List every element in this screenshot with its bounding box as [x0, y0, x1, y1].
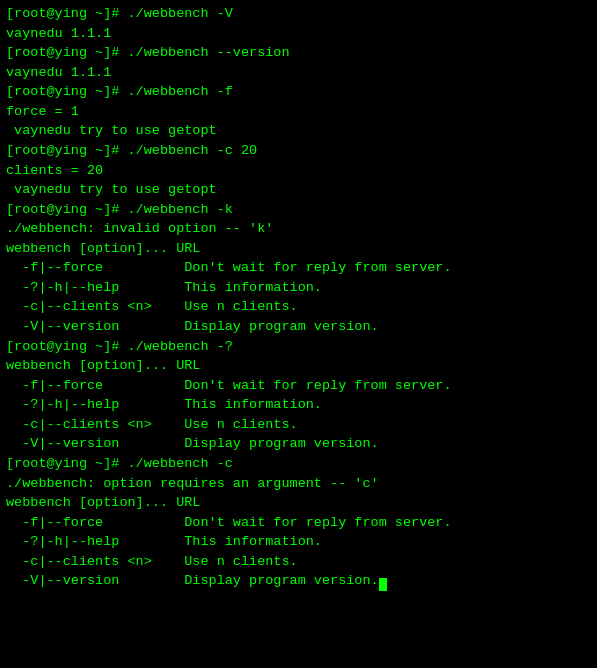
terminal-line: [root@ying ~]# ./webbench -c 20 — [6, 141, 591, 161]
terminal-line: -c|--clients <n> Use n clients. — [6, 415, 591, 435]
terminal-line: [root@ying ~]# ./webbench -k — [6, 200, 591, 220]
terminal-line: -V|--version Display program version. — [6, 571, 591, 591]
terminal-line: clients = 20 — [6, 161, 591, 181]
terminal-line: -V|--version Display program version. — [6, 434, 591, 454]
terminal-line: vaynedu 1.1.1 — [6, 63, 591, 83]
terminal-line: ./webbench: option requires an argument … — [6, 474, 591, 494]
terminal-line: [root@ying ~]# ./webbench -? — [6, 337, 591, 357]
terminal-line: -f|--force Don't wait for reply from ser… — [6, 258, 591, 278]
terminal-line: [root@ying ~]# ./webbench --version — [6, 43, 591, 63]
terminal-line: -V|--version Display program version. — [6, 317, 591, 337]
terminal-line: -f|--force Don't wait for reply from ser… — [6, 376, 591, 396]
terminal-cursor — [379, 578, 387, 591]
terminal-line: [root@ying ~]# ./webbench -c — [6, 454, 591, 474]
terminal: [root@ying ~]# ./webbench -Vvaynedu 1.1.… — [6, 4, 591, 591]
terminal-line: webbench [option]... URL — [6, 239, 591, 259]
terminal-line: ./webbench: invalid option -- 'k' — [6, 219, 591, 239]
terminal-line: vaynedu try to use getopt — [6, 180, 591, 200]
terminal-line: -?|-h|--help This information. — [6, 532, 591, 552]
terminal-line: vaynedu 1.1.1 — [6, 24, 591, 44]
terminal-line: webbench [option]... URL — [6, 493, 591, 513]
terminal-line: webbench [option]... URL — [6, 356, 591, 376]
terminal-line: -?|-h|--help This information. — [6, 278, 591, 298]
terminal-line: [root@ying ~]# ./webbench -V — [6, 4, 591, 24]
terminal-line: [root@ying ~]# ./webbench -f — [6, 82, 591, 102]
terminal-line: -?|-h|--help This information. — [6, 395, 591, 415]
terminal-line: -c|--clients <n> Use n clients. — [6, 297, 591, 317]
terminal-line: vaynedu try to use getopt — [6, 121, 591, 141]
terminal-line: force = 1 — [6, 102, 591, 122]
terminal-line: -f|--force Don't wait for reply from ser… — [6, 513, 591, 533]
terminal-line: -c|--clients <n> Use n clients. — [6, 552, 591, 572]
